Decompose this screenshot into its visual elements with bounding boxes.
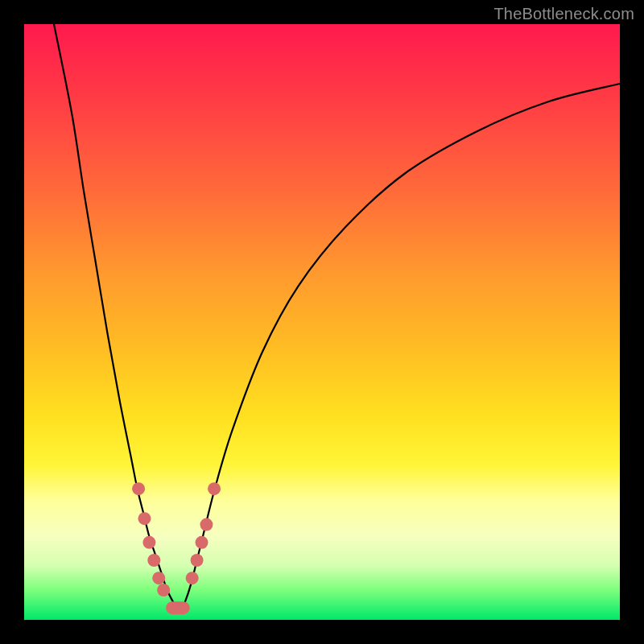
plot-area — [24, 24, 620, 620]
chart-svg — [24, 24, 620, 620]
bead-icon — [152, 572, 165, 584]
bead-group — [132, 482, 221, 614]
watermark-text: TheBottleneck.com — [493, 5, 634, 23]
bead-icon — [186, 572, 199, 584]
bead-icon — [196, 536, 208, 549]
bead-icon — [138, 512, 151, 525]
frame: TheBottleneck.com — [0, 0, 644, 644]
bead-icon — [191, 554, 204, 567]
left-curve — [54, 24, 179, 614]
bead-icon — [132, 482, 145, 495]
bead-pill-icon — [166, 601, 190, 614]
bead-icon — [157, 584, 170, 597]
bead-icon — [208, 482, 221, 495]
bead-icon — [142, 536, 155, 549]
right-curve — [179, 84, 620, 614]
bead-icon — [147, 554, 160, 567]
bead-icon — [200, 518, 213, 531]
